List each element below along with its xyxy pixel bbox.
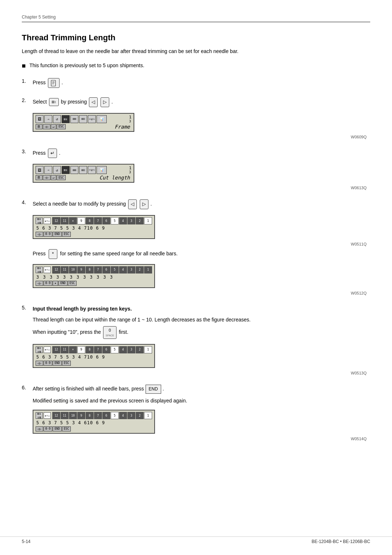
step-3-button[interactable]: ↵ — [48, 149, 57, 158]
screen-w0511q: ⊞↕↕⊞ ★↑↓ 12 11 × 9 8 7 6 5 4 3 — [33, 215, 155, 239]
step-2-pre: Select — [33, 99, 47, 105]
step-3-text: Press ↵ . — [33, 149, 370, 158]
step-5-main: Input thread length by pressing ten keys… — [33, 306, 132, 312]
step-3-pre: Press — [33, 150, 46, 156]
step-4: 4. Select a needle bar to modify by pres… — [22, 199, 370, 298]
step-3: 3. Press ↵ . 🖼 ⇢ ↺ ⊞↕ ⊞⊞ — [22, 149, 370, 193]
w-code-0512: W0512Q — [33, 291, 370, 295]
screen-w0513q: ⊞↕↕⊞ ★↑↓ 12 11 × 9 8 7 6 5 4 3 — [33, 344, 155, 368]
step-2-text: Select ⊞↕ by pressing ◁ ▷ . — [33, 97, 370, 107]
needle-values-step6: 5 6 3 7 5 5 3 4 610 6 9 — [36, 420, 152, 425]
step-4-content: Select a needle bar to modify by pressin… — [33, 199, 370, 298]
step-4-arrow-left[interactable]: ◁ — [128, 199, 137, 209]
note-text: This function is previously set to 5 upo… — [29, 62, 144, 69]
press-star-pre: Press — [33, 251, 46, 256]
section-title: Thread Trimming Length — [22, 33, 370, 42]
step-5-sub2-post: first. — [119, 329, 128, 335]
step-1-button[interactable] — [48, 78, 60, 88]
step-3-num: 3. — [22, 149, 33, 154]
step-4-text: Select a needle bar to modify by pressin… — [33, 199, 370, 209]
step-2-content: Select ⊞↕ by pressing ◁ ▷ . 🖼 ⇢ — [33, 97, 370, 142]
chapter-header: Chapter 5 Setting — [22, 15, 370, 22]
step-2-post: . — [111, 99, 113, 105]
w-code-0613: W0613Q — [33, 186, 370, 190]
footer-right: BE-1204B-BC • BE-1206B-BC — [311, 539, 370, 544]
step-1-content: Press . — [33, 78, 370, 91]
step-2-num: 2. — [22, 97, 33, 103]
step-2-mid: by pressing — [61, 99, 87, 105]
step-6-num: 6. — [22, 385, 33, 390]
step-4-pre: Select a needle bar to modify by pressin… — [33, 201, 126, 207]
page-footer: 5-14 BE-1204B-BC • BE-1206B-BC — [0, 536, 392, 544]
w-code-0609: W0609Q — [33, 135, 370, 139]
step-1-text: Press . — [33, 78, 370, 88]
zero-space-button[interactable]: 0 SPACE — [103, 326, 117, 339]
needle-values-step5: 5 6 3 7 5 5 3 4 710 6 9 — [36, 355, 152, 360]
step-4-arrow-right[interactable]: ▷ — [140, 199, 148, 209]
w-code-0511: W0511Q — [33, 242, 370, 246]
w-code-0514: W0514Q — [33, 437, 370, 441]
screen-w0512q: ⊞↕↕⊞ ★↑↓ 12 11 10 9 8 7 6 5 4 3 — [33, 264, 155, 288]
note-item: ■ This function is previously set to 5 u… — [22, 62, 370, 71]
step-6-text: After setting is finished with all needl… — [33, 385, 370, 394]
star-button[interactable]: * — [49, 249, 57, 259]
end-button-label: END — [149, 386, 158, 392]
step-3-post: . — [59, 150, 61, 156]
step-5-content: Input thread length by pressing ten keys… — [33, 305, 370, 378]
step-5-num: 5. — [22, 305, 33, 311]
w-code-0513: W0513Q — [33, 371, 370, 375]
step-5-sub2: When inputting "10", press the 0 SPACE f… — [33, 326, 370, 339]
needle-values-step4b: 3 3 3 3 3 3 3 3 3 3 3 3 — [36, 275, 152, 280]
step-2-arrow-left[interactable]: ◁ — [89, 97, 98, 107]
step-1: 1. Press . — [22, 78, 370, 91]
step-1-pre: Press — [33, 80, 46, 85]
screen-w0613q: 🖼 ⇢ ↺ ⊞↕ ⊞⊞ ⊞⊟ ~v~ 📊 13 🖹 — [33, 164, 134, 183]
step-6-pre: After setting is finished with all needl… — [33, 386, 144, 392]
svg-rect-0 — [51, 80, 56, 86]
step-3-content: Press ↵ . 🖼 ⇢ ↺ ⊞↕ ⊞⊞ ⊞⊟ ~v~ — [33, 149, 370, 193]
step-4-post: . — [150, 201, 152, 207]
step-5-sub1: Thread length can be input within the ra… — [33, 316, 370, 324]
screen-w0609q: 🖼 ⇢ ↺ ⊞↕ ⊞⊞ ⊞⊟ ~v~ 📊 13 — [33, 113, 134, 132]
section-description: Length of thread to leave on the needle … — [22, 48, 370, 55]
screen-w0514q: ⊞↕↕⊞ ★↑↓ 12 11 10 9 8 7 6 5 4 3 — [33, 410, 155, 434]
step-2-arrow-right[interactable]: ▷ — [101, 97, 109, 107]
end-button[interactable]: END — [146, 385, 161, 394]
press-star-post: for setting the same speed range for all… — [60, 251, 178, 256]
step-5-sub2-pre: When inputting "10", press the — [33, 329, 101, 335]
step-2-icon: ⊞↕ — [49, 98, 59, 106]
step-6-content: After setting is finished with all needl… — [33, 385, 370, 444]
step-6-sub: Modified setting is saved and the previo… — [33, 397, 370, 405]
chapter-text: Chapter 5 Setting — [22, 15, 56, 20]
step-4-star-note: Press * for setting the same speed range… — [33, 249, 370, 259]
screen-w0613q-label: Cut length — [99, 175, 131, 181]
screen-w0609q-label: Frame — [115, 124, 131, 130]
step-2: 2. Select ⊞↕ by pressing ◁ ▷ . 🖼 — [22, 97, 370, 142]
step-6-post: . — [163, 386, 164, 392]
note-bullet: ■ — [22, 61, 26, 71]
footer-left: 5-14 — [22, 539, 30, 544]
step-1-num: 1. — [22, 78, 33, 84]
step-4-num: 4. — [22, 199, 33, 205]
step-5-text: Input thread length by pressing ten keys… — [33, 305, 370, 313]
step-5: 5. Input thread length by pressing ten k… — [22, 305, 370, 378]
step-1-post: . — [62, 80, 63, 85]
step-6: 6. After setting is finished with all ne… — [22, 385, 370, 444]
needle-values-step4: 5 6 3 7 5 5 3 4 710 6 9 — [36, 226, 152, 231]
